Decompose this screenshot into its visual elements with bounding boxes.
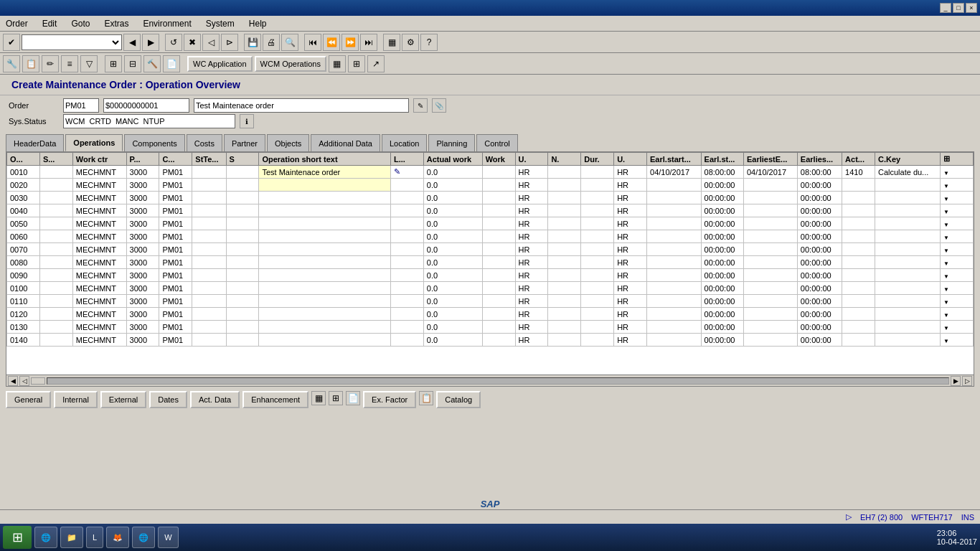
horizontal-scrollbar[interactable]: ◀ ◁ ▶ ▷ [6, 375, 974, 386]
tab-planning[interactable]: Planning [428, 134, 475, 151]
table-row[interactable]: 0020MECHMNT3000PM010.0HRHR00:00:0000:00:… [7, 179, 974, 192]
tab-partner[interactable]: Partner [224, 134, 265, 151]
export-icon[interactable]: ↗ [367, 55, 385, 72]
icon-btn2[interactable]: ⊞ [329, 391, 343, 405]
tab-additional-data[interactable]: Additional Data [311, 134, 380, 151]
order-desc-input[interactable] [194, 98, 409, 113]
table-row[interactable]: 0130MECHMNT3000PM010.0HRHR00:00:0000:00:… [7, 321, 974, 334]
layout-icon[interactable]: ▦ [383, 34, 400, 51]
table-row[interactable]: 0010MECHMNT3000PM01Test Maintenace order… [7, 166, 974, 179]
tools-icon[interactable]: 🔨 [143, 55, 161, 72]
scroll-track[interactable] [47, 377, 949, 385]
nav-next-icon[interactable]: ▶ [142, 34, 159, 51]
tab-header-data[interactable]: HeaderData [6, 134, 64, 151]
restore-button[interactable]: □ [953, 3, 964, 13]
taskbar-network-icon[interactable]: 🌐 [132, 527, 155, 548]
ex-factor-button[interactable]: Ex. Factor [363, 391, 416, 408]
scroll-right2-button[interactable]: ▷ [962, 376, 972, 386]
minimize-button[interactable]: _ [940, 3, 951, 13]
table-row[interactable]: 0050MECHMNT3000PM010.0HRHR00:00:0000:00:… [7, 217, 974, 230]
taskbar-word-icon[interactable]: W [158, 527, 178, 548]
external-button[interactable]: External [100, 391, 146, 408]
help-icon[interactable]: ? [420, 34, 438, 51]
scroll-left-button[interactable]: ◀ [8, 376, 18, 386]
tab-costs[interactable]: Costs [187, 134, 222, 151]
table-row[interactable]: 0030MECHMNT3000PM010.0HRHR00:00:0000:00:… [7, 192, 974, 204]
scroll-right-button[interactable]: ▶ [951, 376, 961, 386]
catalog-button[interactable]: Catalog [436, 391, 481, 408]
menu-item-goto[interactable]: Goto [68, 17, 93, 30]
tab-objects[interactable]: Objects [267, 134, 309, 151]
detail-icon[interactable]: 📋 [22, 55, 39, 72]
table-row[interactable]: 0090MECHMNT3000PM010.0HRHR00:00:0000:00:… [7, 269, 974, 282]
taskbar-folder-icon[interactable]: 📁 [60, 527, 83, 548]
maintenance-icon[interactable]: 🔧 [3, 55, 20, 72]
tab-operations[interactable]: Operations [65, 134, 123, 151]
internal-button[interactable]: Internal [54, 391, 98, 408]
refresh-icon[interactable]: ↺ [165, 34, 182, 51]
icon-btn3[interactable]: 📄 [346, 391, 360, 405]
edit-desc-button[interactable]: ✎ [413, 98, 428, 113]
icon-btn4[interactable]: 📋 [419, 391, 433, 405]
menu-item-edit[interactable]: Edit [39, 17, 60, 30]
forward-icon[interactable]: ⊳ [221, 34, 238, 51]
dates-button[interactable]: Dates [149, 391, 187, 408]
filter-icon[interactable]: ▽ [80, 55, 98, 72]
scroll-thumb[interactable] [31, 377, 45, 385]
print-icon[interactable]: 🖨 [263, 34, 280, 51]
enhancement-button[interactable]: Enhancement [242, 391, 308, 408]
scroll-left2-button[interactable]: ◁ [19, 376, 29, 386]
general-button[interactable]: General [6, 391, 51, 408]
doc-icon[interactable]: 📄 [163, 55, 180, 72]
tab-control[interactable]: Control [476, 134, 517, 151]
table-icon[interactable]: ⊞ [348, 55, 365, 72]
wcm-operations-button[interactable]: WCM Operations [255, 56, 326, 72]
table-row[interactable]: 0040MECHMNT3000PM010.0HRHR00:00:0000:00:… [7, 204, 974, 217]
taskbar-lenovo-icon[interactable]: L [86, 527, 103, 548]
tab-location[interactable]: Location [382, 134, 428, 151]
start-button[interactable]: ⊞ [3, 526, 32, 549]
sys-status-input[interactable] [63, 114, 235, 128]
menu-item-system[interactable]: System [203, 17, 237, 30]
command-dropdown[interactable] [22, 34, 122, 50]
table-row[interactable]: 0060MECHMNT3000PM010.0HRHR00:00:0000:00:… [7, 230, 974, 243]
list-icon[interactable]: ≡ [61, 55, 78, 72]
menu-item-environment[interactable]: Environment [140, 17, 194, 30]
order-number-input[interactable] [103, 98, 189, 113]
page-last-icon[interactable]: ⏭ [360, 34, 377, 51]
stop-icon[interactable]: ✖ [184, 34, 201, 51]
grid-icon[interactable]: ▦ [329, 55, 346, 72]
menu-item-order[interactable]: Order [3, 17, 31, 30]
act-data-button[interactable]: Act. Data [190, 391, 240, 408]
save-icon[interactable]: 💾 [244, 34, 261, 51]
nav-prev-icon[interactable]: ◀ [123, 34, 141, 51]
title-bar-buttons[interactable]: _ □ × [940, 3, 977, 13]
page-prev-icon[interactable]: ⏪ [323, 34, 340, 51]
wc-application-button[interactable]: WC Application [187, 56, 253, 72]
taskbar-firefox-icon[interactable]: 🦊 [106, 527, 129, 548]
table-row[interactable]: 0120MECHMNT3000PM010.0HRHR00:00:0000:00:… [7, 308, 974, 321]
taskbar-ie-icon[interactable]: 🌐 [34, 527, 57, 548]
info-button[interactable]: ℹ [240, 114, 254, 128]
menu-item-extras[interactable]: Extras [101, 17, 131, 30]
find-icon[interactable]: 🔍 [281, 34, 298, 51]
table-row[interactable]: 0140MECHMNT3000PM010.0HRHR00:00:0000:00:… [7, 334, 974, 347]
back-icon[interactable]: ◁ [202, 34, 220, 51]
tab-components[interactable]: Components [124, 134, 184, 151]
page-first-icon[interactable]: ⏮ [304, 34, 321, 51]
icon-btn1[interactable]: ▦ [311, 391, 326, 405]
check-icon[interactable]: ✔ [3, 34, 20, 51]
settings-icon[interactable]: ⚙ [402, 34, 419, 51]
edit2-icon[interactable]: ✏ [42, 55, 59, 72]
menu-item-help[interactable]: Help [246, 17, 270, 30]
table-row[interactable]: 0100MECHMNT3000PM010.0HRHR00:00:0000:00:… [7, 282, 974, 295]
attach-button[interactable]: 📎 [432, 98, 446, 113]
table-row[interactable]: 0070MECHMNT3000PM010.0HRHR00:00:0000:00:… [7, 243, 974, 256]
order-type-input[interactable] [63, 98, 99, 113]
close-button[interactable]: × [966, 3, 977, 13]
page-next-icon[interactable]: ⏩ [341, 34, 359, 51]
component-icon[interactable]: ⊟ [124, 55, 141, 72]
expand-icon[interactable]: ⊞ [105, 55, 122, 72]
table-row[interactable]: 0080MECHMNT3000PM010.0HRHR00:00:0000:00:… [7, 256, 974, 269]
table-row[interactable]: 0110MECHMNT3000PM010.0HRHR00:00:0000:00:… [7, 295, 974, 308]
